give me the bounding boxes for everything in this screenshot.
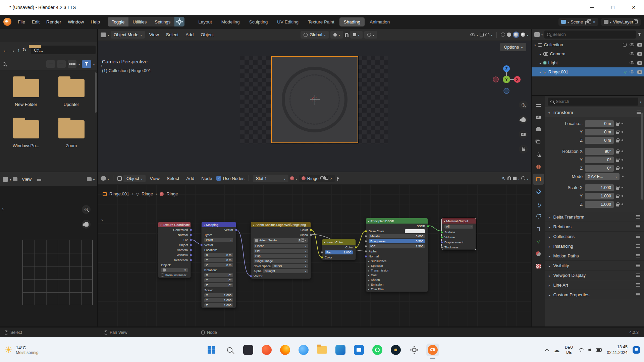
tab-shading[interactable]: Shading xyxy=(339,17,365,26)
copy-icon[interactable] xyxy=(302,239,304,241)
lock-icon[interactable] xyxy=(616,168,619,170)
pin-icon[interactable] xyxy=(585,21,587,23)
forward-button[interactable] xyxy=(10,47,15,53)
section-visibility[interactable]: Visibility xyxy=(545,260,644,270)
folder-tile[interactable]: Updater xyxy=(49,79,94,107)
rotation-y-field[interactable]: 0° xyxy=(585,157,614,163)
refresh-button[interactable] xyxy=(22,47,27,53)
socket-color-in[interactable] xyxy=(321,256,323,259)
snap-dropdown[interactable] xyxy=(350,31,363,39)
browser-app-icon[interactable] xyxy=(297,344,310,356)
addon-utilities[interactable]: Utilities xyxy=(128,17,151,26)
socket-fac[interactable] xyxy=(321,251,323,254)
animate-dot[interactable] xyxy=(622,167,623,169)
collapse-icon[interactable] xyxy=(160,223,162,227)
chevron-down-icon[interactable] xyxy=(640,99,641,104)
unlink-icon[interactable] xyxy=(305,239,306,242)
section-transmission[interactable]: Transmission xyxy=(366,268,428,273)
shading-material-icon[interactable] xyxy=(513,32,519,38)
projection-dropdown[interactable]: Flat xyxy=(254,249,308,253)
visibility-icon[interactable] xyxy=(470,33,475,36)
chevron-down-icon[interactable] xyxy=(296,176,297,181)
chevron-down-icon[interactable] xyxy=(93,177,95,182)
gizmo-z[interactable]: Z xyxy=(505,67,508,71)
folder-tile[interactable]: WindowsPo... xyxy=(3,120,49,148)
image-editor-canvas[interactable] xyxy=(0,186,97,326)
menu-add[interactable]: Add xyxy=(183,31,196,39)
editor-type-icon[interactable] xyxy=(534,32,540,37)
menu-view[interactable]: View xyxy=(147,175,162,182)
search-icon[interactable] xyxy=(3,62,6,66)
disable-render-icon[interactable] xyxy=(637,70,642,74)
animate-dot[interactable] xyxy=(622,131,623,133)
minimize-button[interactable] xyxy=(582,0,602,15)
unlink-icon[interactable] xyxy=(593,19,596,24)
scale-z-field[interactable]: 1.000 xyxy=(585,201,614,208)
socket-roughness[interactable] xyxy=(365,240,367,243)
section-custom-properties[interactable]: Custom Properties xyxy=(545,290,644,299)
tab-uv-editing[interactable]: UV Editing xyxy=(273,17,303,26)
search-input[interactable] xyxy=(552,32,633,37)
parent-node-tree-icon[interactable]: ↖ xyxy=(502,176,506,181)
chevron-down-icon[interactable] xyxy=(108,176,109,181)
socket-object[interactable] xyxy=(190,244,192,246)
chevron-down-icon[interactable] xyxy=(518,176,520,181)
snap-magnet-icon[interactable] xyxy=(507,176,511,180)
settings-app-icon[interactable] xyxy=(408,344,421,356)
mode-dropdown[interactable]: Object Mode xyxy=(111,31,145,39)
breadcrumb-object[interactable]: Ringe.001 xyxy=(109,191,129,196)
display-vertical-list-button[interactable] xyxy=(46,60,55,68)
zoom-tool[interactable] xyxy=(519,101,528,109)
disclosure-icon[interactable] xyxy=(540,51,541,56)
lock-icon[interactable] xyxy=(616,160,619,162)
collapse-icon[interactable] xyxy=(324,240,325,244)
object-picker-field[interactable]: ✎ xyxy=(161,268,188,272)
node-mapping[interactable]: Mapping Vector Type: Point Vector Locati… xyxy=(201,222,236,308)
hide-viewport-icon[interactable] xyxy=(630,43,634,46)
animate-dot[interactable] xyxy=(622,187,623,188)
gizmo-y[interactable]: Y xyxy=(505,77,508,81)
camera-frame[interactable] xyxy=(271,56,358,143)
rotation-z-field[interactable]: 0° xyxy=(585,165,614,172)
pan-tool[interactable] xyxy=(519,115,528,124)
node-image-texture[interactable]: Artem Sonitus Logo Weiß ringe.png Color … xyxy=(251,222,311,279)
proportional-edit-dropdown[interactable] xyxy=(364,31,377,39)
tab-tool[interactable] xyxy=(533,99,544,110)
sidebar-toggle-icon[interactable] xyxy=(2,206,4,212)
location-z-field[interactable]: 0 m xyxy=(585,137,614,144)
pan-hand-icon[interactable] xyxy=(82,220,91,229)
sidebar-toggle-icon[interactable] xyxy=(101,217,103,223)
scale-y-field[interactable]: Y1.000 xyxy=(204,298,233,302)
chevron-down-icon[interactable] xyxy=(527,32,528,37)
browse-image-icon[interactable] xyxy=(87,177,92,181)
addon-settings-button[interactable] xyxy=(174,17,184,26)
search-button[interactable] xyxy=(223,344,236,356)
animate-dot[interactable] xyxy=(622,150,623,152)
menu-view[interactable]: View xyxy=(147,31,162,39)
hide-viewport-icon[interactable] xyxy=(630,52,634,55)
back-button[interactable] xyxy=(3,47,8,53)
overlays-icon[interactable] xyxy=(521,176,525,180)
node-material-output[interactable]: Material Output All Surface Volume Displ… xyxy=(441,218,476,250)
socket-vector-in[interactable] xyxy=(250,275,252,278)
blender-app-icon[interactable] xyxy=(426,344,439,356)
extension-dropdown[interactable]: Clip xyxy=(254,254,308,258)
scrollbar[interactable] xyxy=(95,72,97,113)
scale-y-field[interactable]: 1.000 xyxy=(585,193,614,199)
hide-viewport-icon[interactable] xyxy=(630,70,634,73)
chevron-down-icon[interactable] xyxy=(477,32,478,37)
disable-render-icon[interactable] xyxy=(637,43,642,47)
snap-grid-icon[interactable] xyxy=(513,177,517,180)
menu-render[interactable]: Render xyxy=(43,18,64,26)
copy-icon[interactable] xyxy=(635,20,638,23)
socket-thickness[interactable] xyxy=(440,246,443,249)
viewlayer-selector[interactable]: ViewLayer xyxy=(601,18,641,26)
socket-surface[interactable] xyxy=(440,231,443,234)
section-specular[interactable]: Specular xyxy=(366,263,428,268)
menu-add[interactable]: Add xyxy=(183,175,197,182)
animate-dot[interactable] xyxy=(622,176,624,177)
rotation-x-field[interactable]: X0° xyxy=(204,273,233,277)
socket-uv[interactable] xyxy=(190,239,192,241)
location-z-field[interactable]: Z0 m xyxy=(204,263,233,267)
rotation-z-field[interactable]: Z0° xyxy=(204,283,233,287)
